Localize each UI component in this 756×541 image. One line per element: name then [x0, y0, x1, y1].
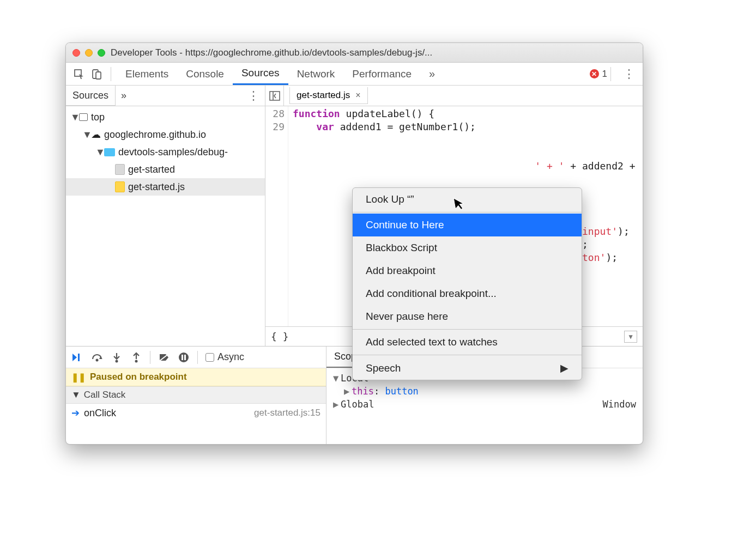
scope-global-value: Window: [603, 399, 636, 410]
async-label: Async: [217, 351, 244, 363]
callstack-header[interactable]: ▼Call Stack: [66, 386, 326, 404]
tree-file-html[interactable]: get-started: [66, 161, 265, 178]
file-tree: ▼ top ▼☁ googlechrome.github.io ▼ devtoo…: [66, 106, 265, 346]
tree-label: top: [91, 112, 105, 123]
tab-network[interactable]: Network: [288, 63, 344, 85]
zoom-window-icon[interactable]: [98, 49, 105, 57]
frame-location: get-started.js:15: [254, 408, 320, 418]
tab-sources[interactable]: Sources: [233, 63, 288, 85]
checkbox-icon: [205, 353, 214, 362]
step-over-icon[interactable]: [91, 351, 103, 363]
tree-domain[interactable]: ▼☁ googlechrome.github.io: [66, 126, 265, 143]
titlebar: Developer Tools - https://googlechrome.g…: [66, 43, 643, 63]
devtools-window: Developer Tools - https://googlechrome.g…: [65, 42, 643, 445]
inspect-element-icon[interactable]: [70, 65, 88, 83]
minimize-window-icon[interactable]: [85, 49, 93, 57]
navigator-tabs-overflow[interactable]: »: [116, 90, 132, 101]
tree-frame-top[interactable]: ▼ top: [66, 108, 265, 126]
svg-rect-2: [96, 72, 101, 79]
svg-point-5: [96, 358, 99, 361]
folder-icon: [104, 148, 115, 156]
close-tab-icon[interactable]: ×: [355, 90, 360, 100]
tree-file-js[interactable]: get-started.js: [66, 178, 265, 196]
info-icon: ❚❚: [71, 372, 86, 382]
js-file-icon: [115, 181, 125, 192]
ctx-never-pause-here[interactable]: Never pause here: [353, 305, 582, 328]
device-toggle-icon[interactable]: [88, 65, 105, 83]
tree-label: get-started: [128, 164, 175, 175]
ctx-speech[interactable]: Speech ▶: [353, 356, 582, 380]
svg-rect-9: [182, 355, 183, 360]
editor-tab-active[interactable]: get-started.js ×: [289, 87, 368, 104]
cloud-icon: ☁: [91, 129, 101, 141]
pretty-print-icon[interactable]: { }: [271, 331, 289, 342]
error-indicator[interactable]: ✕ 1: [590, 69, 607, 80]
deactivate-breakpoints-icon[interactable]: [158, 351, 170, 363]
svg-rect-10: [184, 355, 186, 360]
ctx-continue-to-here[interactable]: Continue to Here: [353, 214, 582, 236]
close-window-icon[interactable]: [72, 49, 80, 57]
pause-exceptions-icon[interactable]: [178, 351, 190, 363]
traffic-lights: [72, 49, 105, 57]
current-frame-icon: ➔: [71, 407, 80, 419]
svg-rect-4: [78, 354, 80, 361]
tabs-overflow[interactable]: »: [420, 63, 444, 85]
svg-point-8: [179, 352, 189, 362]
scope-this[interactable]: ▶this: button: [329, 385, 640, 398]
settings-kebab-icon[interactable]: ⋮: [620, 67, 638, 81]
debugger-left: Async ❚❚ Paused on breakpoint ▼Call Stac…: [66, 347, 326, 444]
panel-tabs: Elements Console Sources Network Perform…: [66, 63, 643, 86]
tree-label: devtools-samples/debug-: [118, 147, 228, 158]
frame-name: onClick: [84, 408, 116, 419]
tab-performance[interactable]: Performance: [343, 63, 420, 85]
tab-console[interactable]: Console: [177, 63, 233, 85]
step-into-icon[interactable]: [111, 351, 123, 363]
step-out-icon[interactable]: [130, 351, 142, 363]
submenu-arrow-icon: ▶: [560, 362, 568, 374]
line-gutter: 2829: [265, 106, 288, 326]
editor-tabs: get-started.js ×: [265, 86, 643, 106]
editor-tab-label: get-started.js: [297, 90, 350, 101]
navigator-tabs: Sources » ⋮: [66, 86, 265, 106]
error-count: 1: [602, 69, 607, 80]
tree-label: googlechrome.github.io: [104, 129, 206, 141]
resume-icon[interactable]: [71, 351, 83, 363]
tree-label: get-started.js: [128, 181, 185, 193]
tree-folder[interactable]: ▼ devtools-samples/debug-: [66, 143, 265, 161]
document-icon: [115, 164, 125, 175]
ctx-blackbox-script[interactable]: Blackbox Script: [353, 236, 582, 259]
callstack-frame[interactable]: ➔ onClick get-started.js:15: [66, 404, 326, 422]
svg-point-6: [116, 360, 118, 362]
ctx-add-breakpoint[interactable]: Add breakpoint: [353, 259, 582, 282]
svg-point-7: [135, 360, 138, 362]
hide-navigator-icon[interactable]: [265, 86, 284, 106]
ctx-add-conditional-breakpoint[interactable]: Add conditional breakpoint...: [353, 282, 582, 305]
tab-elements[interactable]: Elements: [117, 63, 177, 85]
scope-global[interactable]: ▶Global Window: [329, 398, 640, 411]
window-title: Developer Tools - https://googlechrome.g…: [111, 47, 636, 58]
error-icon: ✕: [590, 69, 599, 78]
mouse-cursor-icon: [452, 195, 467, 211]
navigator-kebab-icon[interactable]: ⋮: [242, 89, 265, 103]
ctx-add-to-watches[interactable]: Add selected text to watches: [353, 331, 582, 354]
editor-footer-dropdown-icon[interactable]: ▼: [624, 331, 637, 343]
frame-icon: [79, 113, 88, 121]
navigator-pane: Sources » ⋮ ▼ top ▼☁ googlechrome.github…: [66, 86, 265, 346]
async-checkbox[interactable]: Async: [205, 351, 244, 363]
context-menu: Look Up “” Continue to Here Blackbox Scr…: [352, 187, 582, 380]
paused-message: ❚❚ Paused on breakpoint: [66, 368, 326, 386]
ctx-lookup[interactable]: Look Up “”: [353, 188, 582, 211]
debugger-toolbar: Async: [66, 347, 326, 368]
navigator-tab-sources[interactable]: Sources: [66, 86, 116, 106]
